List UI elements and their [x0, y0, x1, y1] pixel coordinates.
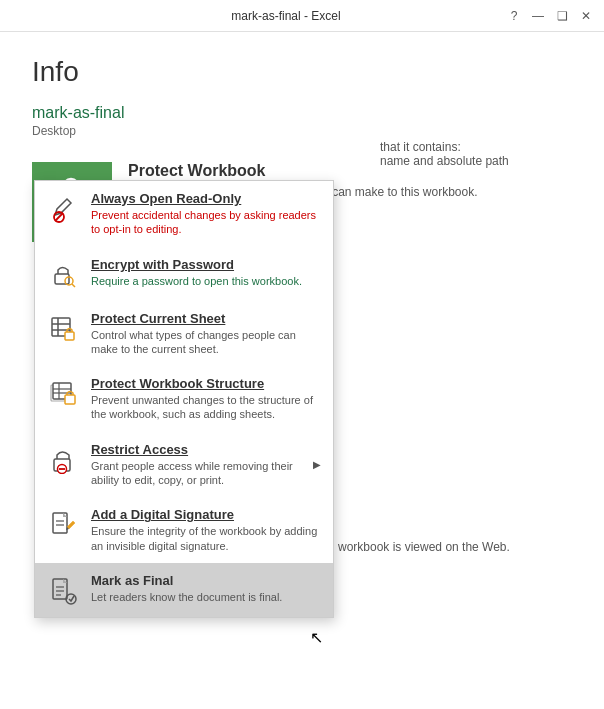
menu-item-always-open-read-only[interactable]: Always Open Read-Only Prevent accidental…	[35, 181, 333, 247]
protect-workbook-structure-desc: Prevent unwanted changes to the structur…	[91, 393, 321, 422]
mark-as-final-desc: Let readers know the document is final.	[91, 590, 321, 604]
help-button[interactable]: ?	[504, 6, 524, 26]
svg-point-31	[66, 594, 76, 604]
encrypt-with-password-desc: Require a password to open this workbook…	[91, 274, 321, 288]
always-open-read-only-icon	[47, 193, 79, 225]
mark-as-final-text: Mark as Final Let readers know the docum…	[91, 573, 321, 604]
menu-item-restrict-access[interactable]: Restrict Access Grant people access whil…	[35, 432, 333, 498]
svg-rect-20	[65, 395, 75, 404]
protect-workbook-structure-title: Protect Workbook Structure	[91, 376, 321, 391]
protect-current-sheet-desc: Control what types of changes people can…	[91, 328, 321, 357]
menu-item-mark-as-final[interactable]: Mark as Final Let readers know the docum…	[35, 563, 333, 617]
restore-button[interactable]: ❑	[552, 6, 572, 26]
title-bar: mark-as-final - Excel ? — ❑ ✕	[0, 0, 604, 32]
protect-workbook-structure-icon	[47, 378, 79, 410]
encrypt-with-password-text: Encrypt with Password Require a password…	[91, 257, 321, 288]
always-open-read-only-text: Always Open Read-Only Prevent accidental…	[91, 191, 321, 237]
add-digital-signature-icon	[47, 509, 79, 541]
close-button[interactable]: ✕	[576, 6, 596, 26]
menu-item-protect-workbook-structure[interactable]: Protect Workbook Structure Prevent unwan…	[35, 366, 333, 432]
protect-current-sheet-text: Protect Current Sheet Control what types…	[91, 311, 321, 357]
file-name: mark-as-final	[32, 104, 572, 122]
menu-item-add-digital-signature[interactable]: Add a Digital Signature Ensure the integ…	[35, 497, 333, 563]
restrict-access-icon	[47, 444, 79, 476]
add-digital-signature-desc: Ensure the integrity of the workbook by …	[91, 524, 321, 553]
always-open-read-only-desc: Prevent accidental changes by asking rea…	[91, 208, 321, 237]
protect-workbook-structure-text: Protect Workbook Structure Prevent unwan…	[91, 376, 321, 422]
restrict-access-desc: Grant people access while removing their…	[91, 459, 301, 488]
mark-as-final-icon	[47, 575, 79, 607]
web-info-text: workbook is viewed on the Web.	[338, 540, 510, 554]
add-digital-signature-title: Add a Digital Signature	[91, 507, 321, 522]
restrict-access-arrow: ▶	[313, 459, 321, 470]
protect-current-sheet-title: Protect Current Sheet	[91, 311, 321, 326]
title-bar-controls: ? — ❑ ✕	[504, 6, 596, 26]
right-info-text: that it contains: name and absolute path	[380, 140, 509, 168]
svg-line-9	[72, 284, 75, 287]
always-open-read-only-title: Always Open Read-Only	[91, 191, 321, 206]
menu-item-protect-current-sheet[interactable]: Protect Current Sheet Control what types…	[35, 301, 333, 367]
add-digital-signature-text: Add a Digital Signature Ensure the integ…	[91, 507, 321, 553]
file-location: Desktop	[32, 124, 572, 138]
restrict-access-title: Restrict Access	[91, 442, 301, 457]
page-title: Info	[32, 56, 572, 88]
protect-current-sheet-icon	[47, 313, 79, 345]
svg-rect-14	[65, 332, 74, 340]
title-bar-text: mark-as-final - Excel	[68, 9, 504, 23]
minimize-button[interactable]: —	[528, 6, 548, 26]
mark-as-final-title: Mark as Final	[91, 573, 321, 588]
encrypt-with-password-icon	[47, 259, 79, 291]
restrict-access-text: Restrict Access Grant people access whil…	[91, 442, 301, 488]
encrypt-with-password-title: Encrypt with Password	[91, 257, 321, 272]
menu-item-encrypt-with-password[interactable]: Encrypt with Password Require a password…	[35, 247, 333, 301]
svg-rect-7	[55, 274, 69, 284]
dropdown-menu: Always Open Read-Only Prevent accidental…	[34, 180, 334, 618]
